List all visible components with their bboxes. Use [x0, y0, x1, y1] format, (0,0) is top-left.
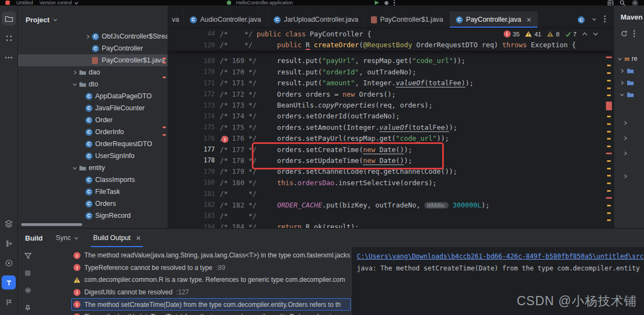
- line-number[interactable]: 179: [168, 168, 220, 175]
- structure-button[interactable]: [2, 31, 16, 45]
- close-icon[interactable]: [136, 236, 141, 241]
- editor-tab-va[interactable]: va: [168, 11, 184, 28]
- search-icon[interactable]: [620, 0, 626, 5]
- build-tab-sync[interactable]: Sync: [54, 229, 82, 247]
- more-actions-icon[interactable]: [393, 0, 395, 5]
- file-path-link[interactable]: C:\Users\yang\Downloads\b4ccb261-bd66-42…: [357, 253, 642, 260]
- stop-icon[interactable]: [25, 270, 30, 278]
- editor-tab-paycontroller-1-java[interactable]: PayController$1.java: [365, 11, 450, 28]
- tree-item-orderinfo[interactable]: COrderInfo: [18, 126, 168, 138]
- tree-item-orders[interactable]: COrders: [18, 198, 168, 210]
- services-button[interactable]: [2, 217, 16, 231]
- tree-item-paycontroller-1-java[interactable]: PayController$1.java: [18, 54, 168, 66]
- tree-item-filetask[interactable]: CFileTask: [18, 186, 168, 198]
- code-line[interactable]: 180/* 180 */ this.ordersDao.insertSelect…: [168, 177, 614, 188]
- tree-item-paycontroller[interactable]: CPayController: [18, 42, 168, 54]
- build-button[interactable]: [2, 275, 16, 289]
- code-line[interactable]: 174/* 174 */ orders.setOrderId(outTradeN…: [168, 111, 614, 122]
- line-number[interactable]: 184: [168, 223, 220, 228]
- line-number[interactable]: 171: [168, 79, 220, 87]
- kebab-icon[interactable]: [604, 15, 606, 24]
- code-line[interactable]: 177/* 177 */ orders.setCreateTime(new Da…: [168, 144, 614, 155]
- code-line[interactable]: 183/* */: [168, 210, 614, 221]
- maven-item[interactable]: mre: [617, 53, 637, 64]
- tree-item-dao[interactable]: dao: [18, 66, 168, 78]
- line-number[interactable]: 180: [168, 179, 220, 186]
- maven-item[interactable]: [620, 65, 634, 76]
- line-number[interactable]: 173: [168, 102, 220, 109]
- tree-item-entity[interactable]: entity: [18, 162, 168, 174]
- maven-item[interactable]: [623, 133, 628, 143]
- app-logo-icon[interactable]: [5, 1, 10, 5]
- inspections-widget[interactable]: ! 35 41 8 7: [504, 30, 598, 37]
- build-message[interactable]: com.decompiler.common.R is a raw type. R…: [71, 274, 351, 286]
- tree-item-javafilecounter[interactable]: CJavaFileCounter: [18, 102, 168, 114]
- pin-icon[interactable]: [24, 305, 31, 313]
- code-line[interactable]: 171/* 171 */ result.put("amount", Intege…: [168, 78, 614, 89]
- bookmarks-button[interactable]: [2, 295, 16, 309]
- tree-item-order[interactable]: COrder: [18, 114, 168, 126]
- project-panel-header[interactable]: Project: [18, 5, 168, 27]
- chevron-right-icon[interactable]: [83, 34, 92, 39]
- code-line[interactable]: 120/* */ public R createOrder(@RequestBo…: [168, 39, 614, 50]
- more-tool-windows-button[interactable]: [2, 51, 16, 65]
- tree-item-orderrequestdto[interactable]: COrderRequestDTO: [18, 138, 168, 150]
- code-line[interactable]: 182/* 182 */ ORDER_CACHE.put(bizKey, out…: [168, 199, 614, 210]
- line-number[interactable]: 177: [168, 146, 220, 153]
- project-name-menu[interactable]: Untitled: [16, 0, 33, 5]
- line-number[interactable]: 175: [168, 123, 220, 131]
- chevron-right-icon[interactable]: [70, 70, 79, 75]
- line-number[interactable]: 181: [168, 190, 220, 198]
- code-line[interactable]: 175/* 175 */ orders.setAmount(Integer.va…: [168, 122, 614, 133]
- run-play-icon[interactable]: [374, 0, 380, 5]
- editor-tab-audiocontroller-java[interactable]: CAudioController.java: [184, 11, 268, 28]
- line-number[interactable]: 176: [168, 135, 220, 142]
- weak-warning-count[interactable]: 8: [547, 31, 559, 37]
- error-count[interactable]: ! 35: [504, 30, 520, 37]
- funnel-icon[interactable]: [24, 253, 32, 261]
- code-line[interactable]: 169/* 169 */ result.put("payUrl", respMa…: [168, 55, 614, 66]
- horizontal-scrollbar[interactable]: [21, 223, 82, 226]
- tree-item-dto[interactable]: dto: [18, 78, 168, 90]
- next-problem-button[interactable]: [593, 32, 598, 36]
- tree-item-usersigninfo[interactable]: CUserSignInfo: [18, 150, 168, 162]
- code-line[interactable]: 178/* 178 */ orders.setUpdateTime(new Da…: [168, 155, 614, 166]
- ok-count[interactable]: 7: [565, 31, 577, 37]
- line-number[interactable]: 183: [168, 212, 220, 219]
- error-stripe[interactable]: [605, 28, 614, 228]
- class-icon[interactable]: C: [578, 16, 585, 24]
- build-message[interactable]: !The method readValue(java.lang.String, …: [71, 249, 351, 262]
- line-number[interactable]: 170: [168, 68, 220, 75]
- line-number[interactable]: 120: [168, 41, 220, 49]
- build-message[interactable]: !TypeReference cannot be resolved to a t…: [71, 262, 351, 274]
- project-button[interactable]: [2, 11, 16, 26]
- maven-item[interactable]: [623, 117, 628, 128]
- code-line[interactable]: 170/* 170 */ result.put("orderId", outTr…: [168, 66, 614, 77]
- build-message[interactable]: !The method setCreateTime(Date) from the…: [71, 298, 351, 311]
- line-number[interactable]: 178: [168, 156, 220, 164]
- maven-item[interactable]: [620, 89, 634, 100]
- build-message[interactable]: !DigestUtils cannot be resolved:127: [71, 286, 351, 299]
- run-button[interactable]: [2, 256, 16, 270]
- version-control-button[interactable]: [2, 236, 16, 250]
- maven-item[interactable]: [623, 171, 628, 181]
- code-editor[interactable]: 169/* 169 */ result.put("payUrl", respMa…: [168, 51, 614, 228]
- tree-item-signrecord[interactable]: CSignRecord: [18, 210, 168, 222]
- line-number[interactable]: 182: [168, 201, 220, 209]
- code-line[interactable]: 181/* */: [168, 188, 614, 199]
- code-line[interactable]: 176!/* 176 */ orders.setPayUrl(respMap.g…: [168, 133, 614, 144]
- tree-item-classimports[interactable]: CClassImports: [18, 174, 168, 186]
- line-number[interactable]: 44: [168, 30, 220, 37]
- maven-item[interactable]: [623, 148, 628, 159]
- build-message[interactable]: !The method setUpdateTime(Date) from the…: [71, 311, 351, 315]
- vcs-widget[interactable]: Version control: [40, 0, 79, 5]
- tree-item-appdatapagedto[interactable]: CAppDataPageDTO: [18, 90, 168, 102]
- layout-icon[interactable]: [608, 0, 614, 5]
- code-line[interactable]: 179/* 179 */ orders.setChannelCode(req.g…: [168, 166, 614, 177]
- line-number[interactable]: 174: [168, 112, 220, 120]
- code-line[interactable]: 173/* 173 */ BeanUtils.copyProperties(re…: [168, 99, 614, 110]
- prev-problem-button[interactable]: [582, 32, 587, 36]
- run-configuration[interactable]: HelloController.application: [227, 0, 395, 5]
- editor-tab-jaruploadcontroller-java[interactable]: CJarUploadController.java: [268, 11, 365, 28]
- build-tab-build-output[interactable]: Build Output: [91, 229, 143, 247]
